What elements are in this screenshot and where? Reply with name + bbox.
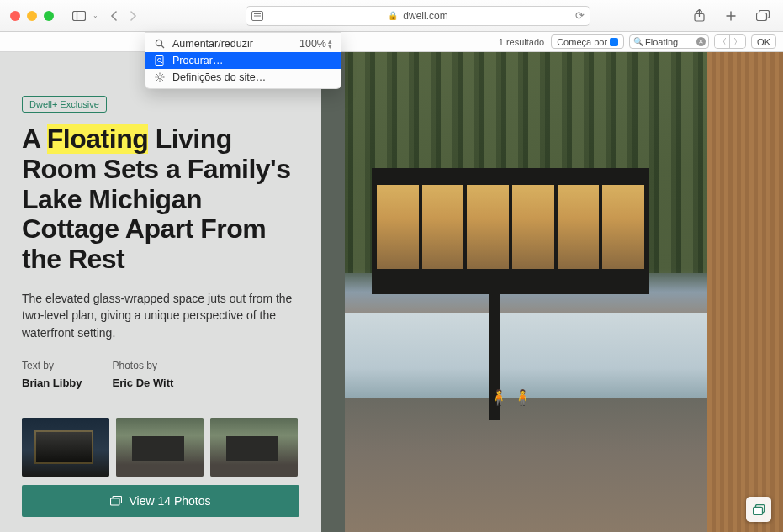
thumbnail[interactable]	[22, 418, 109, 477]
sidebar-menu-chevron-icon[interactable]: ⌄	[93, 12, 98, 19]
find-next-button[interactable]: 〉	[730, 35, 745, 48]
page-content: Dwell+ Exclusive A Floating Living Room …	[0, 52, 783, 532]
thumbnail[interactable]	[116, 418, 204, 477]
article-headline: A Floating Living Room Sets a Family's L…	[22, 124, 299, 275]
find-nav: 〈 〉	[714, 34, 746, 49]
find-prev-button[interactable]: 〈	[715, 35, 730, 48]
find-done-button[interactable]: OK	[751, 34, 776, 49]
photos-by-label: Photos by	[113, 360, 174, 371]
menu-find-label: Procurar…	[172, 55, 223, 66]
text-by-name[interactable]: Brian Libby	[22, 377, 82, 389]
find-bar: 1 resultado Começa por 🔍 Floating ✕ 〈 〉 …	[0, 32, 783, 52]
find-input[interactable]: 🔍 Floating ✕	[629, 34, 709, 49]
thumbnail-strip	[22, 418, 299, 477]
share-button[interactable]	[689, 8, 709, 24]
minimize-window-button[interactable]	[27, 11, 37, 21]
find-highlight: Floating	[47, 124, 148, 154]
find-mode-indicator-icon	[610, 38, 618, 46]
search-icon: 🔍	[633, 37, 643, 46]
menu-settings-label: Definições do site…	[172, 71, 266, 83]
lock-icon: 🔒	[388, 11, 398, 20]
menu-zoom-label: Aumentar/reduzir	[172, 38, 253, 50]
hero-image[interactable]: 🧍🧍	[321, 52, 783, 532]
svg-rect-16	[111, 498, 120, 505]
svg-line-10	[161, 45, 164, 48]
svg-rect-8	[757, 13, 767, 21]
credit-photos-by: Photos by Eric De Witt	[113, 360, 174, 389]
expand-gallery-button[interactable]	[746, 497, 771, 522]
page-format-menu: Aumentar/reduzir 100% ▴▾ Procurar… Defin…	[145, 32, 341, 89]
navigation-arrows	[105, 8, 142, 24]
address-bar-domain: dwell.com	[403, 10, 447, 22]
gear-icon	[154, 72, 166, 82]
page-format-icon[interactable]	[251, 11, 263, 21]
menu-item-find[interactable]: Procurar…	[145, 52, 341, 69]
text-by-label: Text by	[22, 360, 82, 371]
reload-button[interactable]: ⟳	[575, 9, 585, 22]
article-panel: Dwell+ Exclusive A Floating Living Room …	[0, 52, 321, 532]
photos-by-name[interactable]: Eric De Witt	[113, 377, 174, 389]
menu-zoom-value-stepper[interactable]: 100% ▴▾	[299, 38, 332, 50]
find-result-count: 1 resultado	[499, 37, 544, 47]
close-window-button[interactable]	[10, 11, 20, 21]
svg-point-14	[158, 76, 161, 79]
browser-toolbar: ⌄ 🔒 dwell.com ⟳	[0, 0, 783, 32]
sidebar-toggle-button[interactable]	[69, 8, 89, 24]
svg-rect-11	[156, 56, 163, 66]
svg-rect-18	[753, 507, 762, 514]
maximize-window-button[interactable]	[44, 11, 54, 21]
address-bar[interactable]: 🔒 dwell.com ⟳	[246, 6, 590, 26]
find-page-icon	[154, 55, 166, 66]
tab-overview-button[interactable]	[753, 8, 773, 24]
gallery-icon	[110, 496, 122, 506]
thumbnail[interactable]	[210, 418, 298, 477]
credit-text-by: Text by Brian Libby	[22, 360, 82, 389]
new-tab-button[interactable]	[721, 8, 741, 24]
back-button[interactable]	[105, 8, 124, 24]
window-controls	[10, 11, 54, 21]
stepper-icon: ▴▾	[328, 39, 332, 49]
svg-line-13	[161, 61, 162, 63]
find-query-text: Floating	[645, 37, 678, 47]
svg-point-12	[158, 59, 161, 62]
magnifier-icon	[154, 39, 166, 49]
svg-point-9	[156, 40, 161, 45]
find-mode-label: Começa por	[557, 37, 607, 47]
menu-item-zoom[interactable]: Aumentar/reduzir 100% ▴▾	[145, 35, 341, 52]
article-subhead: The elevated glass-wrapped space juts ou…	[22, 290, 299, 341]
svg-rect-0	[73, 11, 86, 20]
clear-find-button[interactable]: ✕	[696, 37, 706, 46]
menu-item-site-settings[interactable]: Definições do site…	[145, 69, 341, 86]
find-mode-dropdown[interactable]: Começa por	[551, 34, 624, 49]
view-photos-button[interactable]: View 14 Photos	[22, 485, 299, 517]
article-credits: Text by Brian Libby Photos by Eric De Wi…	[22, 360, 299, 389]
forward-button[interactable]	[124, 8, 142, 24]
exclusive-badge[interactable]: Dwell+ Exclusive	[22, 96, 107, 113]
